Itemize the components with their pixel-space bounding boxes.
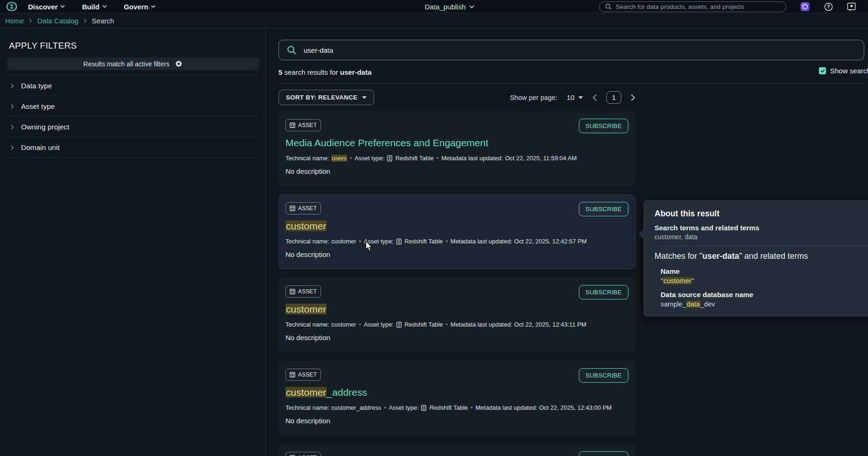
search-query-text: user-data <box>304 46 333 54</box>
filter-group-owning-project[interactable]: Owning project <box>7 117 259 137</box>
no-description-text: No description <box>285 417 628 425</box>
nav-menu-label: Discover <box>28 3 57 11</box>
result-card[interactable]: ASSET SUBSCRIBE customer Technical name:… <box>278 278 635 352</box>
breadcrumb: HomeData CatalogSearch <box>0 14 868 28</box>
checkbox-checked-icon[interactable] <box>819 67 826 74</box>
page-number[interactable]: 1 <box>606 91 621 104</box>
popover-terms: customer, data <box>655 233 868 241</box>
result-title[interactable]: customer <box>285 304 628 315</box>
table-icon <box>290 372 295 378</box>
result-title[interactable]: Media Audience Preferences and Engagemen… <box>285 137 628 149</box>
result-title[interactable]: customer <box>285 221 628 232</box>
result-meta: Technical name:users • Asset type: Redsh… <box>285 155 628 162</box>
popover-field-value: sample_data_dev <box>661 300 868 308</box>
assistant-icon[interactable] <box>800 2 810 12</box>
filters-sidebar: APPLY FILTERS Results match all active f… <box>0 28 266 456</box>
chevron-down-icon <box>469 5 474 8</box>
global-search-placeholder: Search for data products, assets, and pr… <box>616 3 744 10</box>
results-count-text: 5 search results for user-data <box>278 68 371 76</box>
per-page-select[interactable]: 10 <box>567 93 583 101</box>
popover-field-value: "customer" <box>661 277 868 285</box>
result-meta: Technical name:customer_address • Asset … <box>285 404 628 411</box>
nav-menu: DiscoverBuildGovern <box>28 3 156 11</box>
feedback-icon[interactable] <box>847 2 856 11</box>
chevron-right-icon <box>11 83 14 89</box>
mouse-cursor <box>365 241 374 252</box>
per-page-label: Show per page: <box>510 94 557 101</box>
nav-menu-govern[interactable]: Govern <box>124 3 156 11</box>
result-card[interactable]: ASSET SUBSCRIBE Media Audience Preferenc… <box>278 111 635 186</box>
redshift-icon <box>396 238 402 245</box>
chevron-right-icon <box>84 18 87 23</box>
per-page-value: 10 <box>567 93 575 101</box>
global-search-input[interactable]: Search for data products, assets, and pr… <box>599 1 786 12</box>
chevron-right-icon <box>11 104 14 109</box>
filter-group-data-type[interactable]: Data type <box>7 76 259 96</box>
subscribe-button[interactable]: SUBSCRIBE <box>579 202 628 216</box>
pagination: Show per page: 10 1 <box>510 91 635 104</box>
top-nav: DiscoverBuildGovern Data_publish Search … <box>0 0 868 14</box>
app-logo-icon[interactable] <box>7 1 17 12</box>
catalog-search-input[interactable]: user-data <box>278 40 864 60</box>
chevron-down-icon <box>102 5 107 8</box>
filter-mode-label: Results match all active filters <box>83 60 169 68</box>
subscribe-button[interactable]: SUBSCRIBE <box>579 368 628 383</box>
filters-title: APPLY FILTERS <box>9 41 259 51</box>
chevron-down-icon <box>60 5 65 8</box>
table-icon <box>290 122 295 128</box>
redshift-icon <box>396 321 402 328</box>
asset-type-badge: ASSET <box>285 285 321 298</box>
result-card[interactable]: ASSET SUBSCRIBE <box>278 444 635 456</box>
filter-group-label: Asset type <box>21 102 55 111</box>
chevron-right-icon <box>29 18 32 23</box>
popover-terms-label: Search terms and related terms <box>655 224 868 232</box>
svg-text:?: ? <box>827 4 830 9</box>
result-card[interactable]: ASSET SUBSCRIBE customer_address Technic… <box>278 361 635 435</box>
filter-group-asset-type[interactable]: Asset type <box>7 96 259 117</box>
result-card[interactable]: ASSET SUBSCRIBE customer Technical name:… <box>278 194 635 269</box>
filter-group-label: Owning project <box>21 123 69 131</box>
sort-by-button[interactable]: SORT BY: RELEVANCE <box>278 90 374 105</box>
subscribe-button[interactable]: SUBSCRIBE <box>579 119 628 133</box>
result-title[interactable]: customer_address <box>285 387 628 398</box>
popover-field-label: Data source database name <box>661 291 868 299</box>
gear-icon[interactable] <box>175 60 183 68</box>
project-selector-label: Data_publish <box>425 3 466 11</box>
table-icon <box>290 289 295 294</box>
show-search-matches-label: Show search matches <box>830 67 868 75</box>
nav-menu-label: Govern <box>124 3 149 11</box>
asset-type-badge: ASSET <box>285 452 321 456</box>
filter-group-domain-unit[interactable]: Domain unit <box>7 137 259 158</box>
nav-menu-discover[interactable]: Discover <box>28 3 65 11</box>
asset-type-badge: ASSET <box>285 202 321 214</box>
subscribe-button[interactable]: SUBSCRIBE <box>579 285 628 299</box>
about-result-popover: About this result Search terms and relat… <box>643 200 868 317</box>
show-search-matches-toggle[interactable]: Show search matches <box>819 67 868 75</box>
chevron-down-icon <box>151 5 156 8</box>
no-description-text: No description <box>285 167 628 175</box>
popover-title: About this result <box>655 209 868 219</box>
search-icon <box>287 45 297 55</box>
no-description-text: No description <box>285 250 628 258</box>
filter-group-label: Domain unit <box>21 143 60 152</box>
redshift-icon <box>386 155 393 162</box>
breadcrumb-home[interactable]: Home <box>5 17 24 25</box>
popover-matches-title: Matches for "user-data" and related term… <box>655 251 868 261</box>
help-icon[interactable]: ? <box>824 2 833 11</box>
caret-down-icon <box>362 96 367 99</box>
subscribe-button[interactable]: SUBSCRIBE <box>579 451 628 456</box>
next-page-icon[interactable] <box>631 94 635 101</box>
sort-by-label: SORT BY: RELEVANCE <box>286 94 357 101</box>
breadcrumb-data-catalog[interactable]: Data Catalog <box>37 17 78 25</box>
search-icon <box>605 3 612 10</box>
project-selector[interactable]: Data_publish <box>425 3 474 11</box>
caret-down-icon <box>578 96 583 99</box>
nav-menu-build[interactable]: Build <box>82 3 107 11</box>
chevron-right-icon <box>11 124 14 130</box>
filter-mode-bar[interactable]: Results match all active filters <box>7 57 259 70</box>
prev-page-icon[interactable] <box>592 94 597 101</box>
asset-type-badge: ASSET <box>285 119 321 131</box>
breadcrumb-search: Search <box>92 17 114 25</box>
redshift-icon <box>420 405 427 411</box>
filter-group-label: Data type <box>21 82 52 90</box>
